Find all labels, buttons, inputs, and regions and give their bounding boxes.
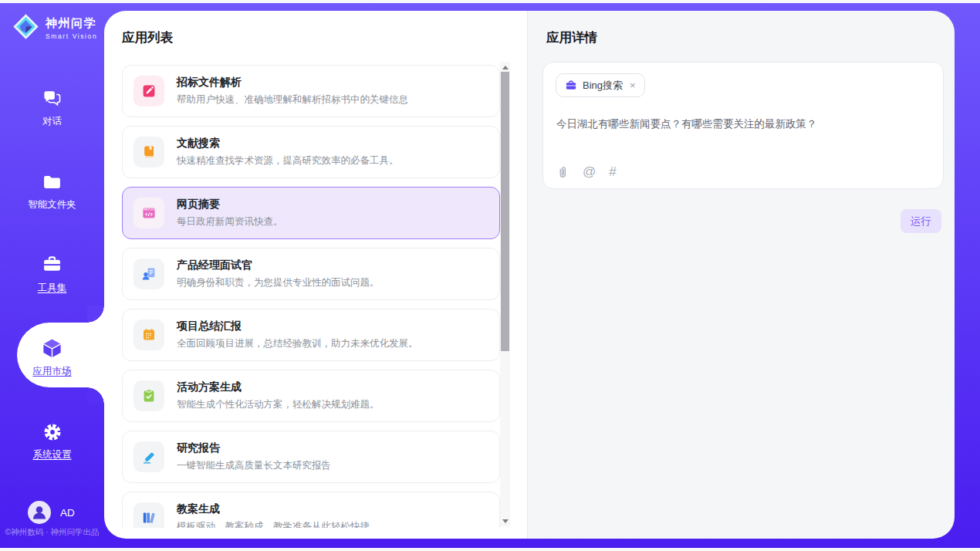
copyright-text: ©神州数码 · 神州问学出品	[0, 527, 104, 538]
books-icon	[133, 502, 164, 528]
app-description: 每日政府新闻资讯快查。	[177, 215, 283, 228]
user-account[interactable]: AD	[28, 501, 75, 524]
prompt-toolbar: @ #	[556, 164, 617, 180]
app-list: 招标文件解析帮助用户快速、准确地理解和解析招标书中的关键信息文献搜索快速精准查找…	[122, 65, 500, 528]
briefcase-icon	[565, 79, 577, 92]
sidebar-item-folder[interactable]: 智能文件夹	[0, 171, 104, 211]
chip-close-icon[interactable]: ×	[630, 79, 636, 91]
app-description: 快速精准查找学术资源，提高研究效率的必备工具。	[177, 154, 399, 167]
arrow-up-icon	[502, 66, 509, 69]
app-name: 研究报告	[177, 441, 331, 455]
app-list-panel: 应用列表 招标文件解析帮助用户快速、准确地理解和解析招标书中的关键信息文献搜索快…	[104, 11, 527, 539]
prompt-card: Bing搜索 × 今日湖北有哪些新闻要点？有哪些需要关注的最新政策？ @ #	[542, 62, 944, 189]
toolbox-icon	[42, 254, 63, 276]
user-name: AD	[60, 507, 75, 519]
scroll-up-button[interactable]	[500, 62, 510, 73]
app-card-calendar-note[interactable]: 项目总结汇报全面回顾项目进展，总结经验教训，助力未来优化发展。	[122, 309, 500, 361]
sidebar-item-label: 系统设置	[33, 448, 72, 461]
app-name: 教案生成	[177, 502, 370, 516]
app-description: 帮助用户快速、准确地理解和解析招标书中的关键信息	[177, 93, 408, 106]
app-card-person-doc[interactable]: 产品经理面试官明确身份和职责，为您提供专业性的面试问题。	[122, 248, 500, 300]
active-tab-fillet-bottom	[87, 387, 104, 404]
gear-icon	[42, 421, 63, 443]
app-card-book[interactable]: 文献搜索快速精准查找学术资源，提高研究效率的必备工具。	[122, 126, 500, 178]
app-name: 活动方案生成	[177, 380, 380, 394]
sidebar-item-cube[interactable]: 应用市场	[0, 337, 104, 378]
app-name: 项目总结汇报	[177, 319, 418, 333]
pen-square-icon	[133, 76, 164, 106]
scrollbar[interactable]	[500, 62, 510, 526]
sidebar-item-label: 应用市场	[33, 365, 72, 378]
book-icon	[133, 137, 164, 167]
brand-logo: 神州问学 Smart Vision	[12, 12, 97, 44]
attachment-icon[interactable]	[556, 166, 569, 179]
app-name: 网页摘要	[177, 198, 283, 211]
calendar-note-icon	[133, 319, 164, 350]
person-doc-icon	[133, 259, 164, 289]
scrollbar-thumb[interactable]	[501, 72, 509, 351]
sidebar-item-toolbox[interactable]: 工具集	[0, 254, 104, 295]
tool-chip-label: Bing搜索	[583, 79, 623, 93]
app-description: 智能生成个性化活动方案，轻松解决规划难题。	[177, 398, 380, 411]
app-name: 文献搜索	[177, 137, 399, 150]
app-card-books[interactable]: 教案生成模板驱动，教案秒成，教学准备从此轻松快捷	[122, 492, 500, 528]
app-card-clipboard-check[interactable]: 活动方案生成智能生成个性化活动方案，轻松解决规划难题。	[122, 370, 500, 422]
folder-icon	[42, 171, 63, 193]
app-detail-panel: 应用详情 Bing搜索 × 今日湖北有哪些新闻要点？有哪些需要关注的最新政策？	[527, 11, 955, 539]
app-detail-title: 应用详情	[546, 29, 597, 46]
app-description: 模板驱动，教案秒成，教学准备从此轻松快捷	[177, 520, 370, 528]
arrow-down-icon	[502, 519, 509, 523]
ink-pen-icon	[133, 441, 164, 472]
app-window-frame: 神州问学 Smart Vision 对话智能文件夹工具集应用市场系统设置 AD …	[0, 3, 980, 548]
app-card-browser[interactable]: 网页摘要每日政府新闻资讯快查。	[122, 187, 500, 239]
app-card-pen-square[interactable]: 招标文件解析帮助用户快速、准确地理解和解析招标书中的关键信息	[122, 65, 500, 117]
app-name: 招标文件解析	[177, 76, 408, 90]
hashtag-icon[interactable]: #	[609, 164, 616, 180]
scroll-down-button[interactable]	[500, 516, 510, 526]
mention-icon[interactable]: @	[583, 164, 596, 180]
app-description: 明确身份和职责，为您提供专业性的面试问题。	[177, 276, 380, 289]
brand-logo-icon	[12, 12, 40, 44]
tool-chip-bing-search[interactable]: Bing搜索 ×	[556, 73, 645, 97]
app-card-ink-pen[interactable]: 研究报告一键智能生成高质量长文本研究报告	[122, 431, 500, 483]
brand-subtitle: Smart Vision	[46, 32, 97, 40]
app-name: 产品经理面试官	[177, 259, 380, 272]
sidebar-item-label: 工具集	[38, 282, 67, 295]
browser-icon	[133, 198, 164, 228]
sidebar: 神州问学 Smart Vision 对话智能文件夹工具集应用市场系统设置 AD …	[0, 3, 104, 548]
app-list-title: 应用列表	[122, 29, 173, 46]
sidebar-item-chat[interactable]: 对话	[0, 87, 104, 128]
sidebar-item-label: 智能文件夹	[28, 198, 76, 211]
brand-name: 神州问学	[46, 16, 97, 31]
cube-icon	[41, 337, 63, 360]
clipboard-check-icon	[133, 380, 164, 411]
content-area: 应用列表 招标文件解析帮助用户快速、准确地理解和解析招标书中的关键信息文献搜索快…	[104, 11, 955, 539]
avatar-icon	[28, 501, 51, 524]
prompt-input[interactable]: 今日湖北有哪些新闻要点？有哪些需要关注的最新政策？	[556, 117, 930, 132]
sidebar-item-gear[interactable]: 系统设置	[0, 421, 104, 461]
chat-icon	[42, 87, 63, 110]
app-description: 全面回顾项目进展，总结经验教训，助力未来优化发展。	[177, 337, 418, 350]
active-tab-fillet-top	[87, 306, 104, 323]
sidebar-item-label: 对话	[42, 115, 62, 128]
app-description: 一键智能生成高质量长文本研究报告	[177, 459, 331, 472]
run-button[interactable]: 运行	[901, 209, 941, 233]
